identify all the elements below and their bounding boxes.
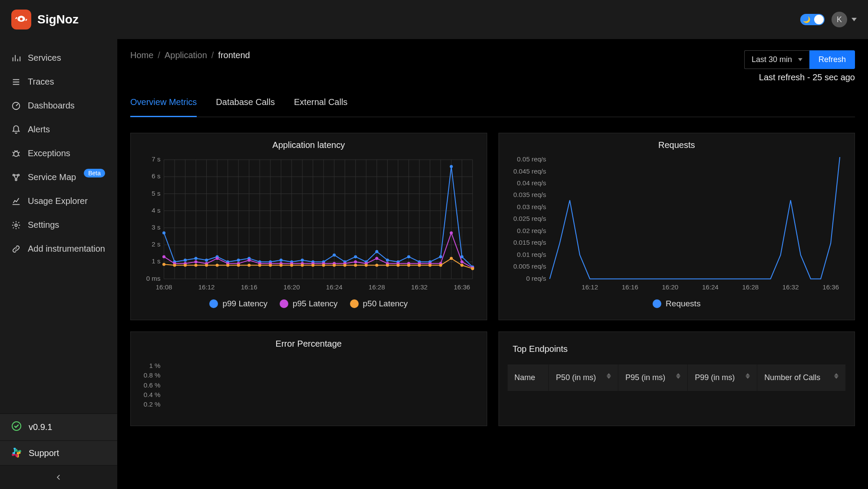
- svg-point-4: [15, 179, 17, 181]
- svg-text:16:28: 16:28: [369, 283, 385, 291]
- sidebar-item-label: Services: [28, 53, 61, 63]
- panel-error-percentage: Error Percentage 0.2 %0.4 %0.6 %0.8 %1 %: [130, 331, 487, 426]
- svg-point-61: [162, 231, 165, 234]
- sidebar-item-support[interactable]: Support: [0, 441, 117, 466]
- chevron-down-icon: [851, 18, 857, 21]
- sidebar-item-add-instrumentation[interactable]: Add instrumentation: [0, 237, 117, 261]
- sidebar-item-dashboards[interactable]: Dashboards: [0, 94, 117, 118]
- svg-point-119: [460, 260, 463, 263]
- sidebar-item-services[interactable]: Services: [0, 46, 117, 70]
- error-chart[interactable]: 0.2 %0.4 %0.6 %0.8 %1 %: [138, 356, 480, 417]
- svg-point-111: [375, 257, 378, 260]
- svg-point-87: [439, 255, 442, 258]
- svg-point-96: [216, 257, 219, 260]
- refresh-button[interactable]: Refresh: [809, 50, 855, 69]
- sidebar-item-label: Exceptions: [28, 148, 70, 158]
- toggle-knob: [814, 15, 824, 24]
- sidebar-item-label: Usage Explorer: [28, 196, 88, 206]
- slack-icon: [11, 448, 22, 458]
- endpoints-table: Name P50 (in ms) P95 (in ms) P99 (in ms)…: [508, 364, 846, 391]
- brand-logo-icon: [11, 10, 31, 30]
- breadcrumb-separator: /: [211, 50, 214, 60]
- latency-legend: p99 Latency p95 Latency p50 Latency: [138, 293, 480, 311]
- theme-toggle[interactable]: 🌙: [800, 14, 825, 25]
- sort-icon: [834, 373, 838, 379]
- sidebar-item-label: Add instrumentation: [28, 244, 105, 254]
- sidebar-item-alerts[interactable]: Alerts: [0, 118, 117, 141]
- svg-point-74: [301, 259, 304, 262]
- bar-chart-icon: [11, 53, 21, 63]
- sort-icon: [746, 373, 750, 379]
- table-header-calls[interactable]: Number of Calls: [757, 364, 846, 391]
- svg-point-146: [429, 264, 432, 267]
- table-header-p50[interactable]: P50 (in ms): [549, 364, 618, 391]
- sidebar-item-usage-explorer[interactable]: Usage Explorer: [0, 189, 117, 213]
- panel-title: Requests: [499, 133, 855, 154]
- svg-text:0.02 req/s: 0.02 req/s: [517, 227, 546, 234]
- line-chart-icon: [11, 197, 21, 206]
- table-header-p99[interactable]: P99 (in ms): [688, 364, 757, 391]
- sidebar-collapse-button[interactable]: [0, 466, 117, 489]
- chevron-down-icon: [798, 58, 802, 61]
- svg-text:16:16: 16:16: [241, 283, 257, 291]
- svg-text:2 s: 2 s: [152, 240, 161, 248]
- legend-item[interactable]: Requests: [653, 299, 700, 308]
- sidebar-item-settings[interactable]: Settings: [0, 213, 117, 237]
- sidebar-item-version[interactable]: v0.9.1: [0, 414, 117, 441]
- sidebar-item-label: Alerts: [28, 125, 50, 135]
- sidebar-item-traces[interactable]: Traces: [0, 70, 117, 94]
- svg-text:0.045 req/s: 0.045 req/s: [513, 167, 546, 175]
- sort-icon: [607, 373, 611, 379]
- bell-icon: [11, 125, 21, 135]
- sidebar-item-service-map[interactable]: Service Map Beta: [0, 165, 117, 189]
- support-label: Support: [29, 448, 59, 458]
- svg-text:0.6 %: 0.6 %: [144, 381, 161, 389]
- svg-text:16:08: 16:08: [156, 283, 172, 291]
- brand: SigNoz: [11, 10, 79, 30]
- legend-label: p50 Latency: [363, 299, 408, 308]
- tab-overview-metrics[interactable]: Overview Metrics: [130, 93, 197, 117]
- legend-item[interactable]: p99 Latency: [209, 299, 267, 308]
- legend-item[interactable]: p50 Latency: [350, 299, 408, 308]
- tab-external-calls[interactable]: External Calls: [294, 93, 347, 117]
- panel-top-endpoints: Top Endpoints Name P50 (in ms) P95 (in m…: [498, 331, 855, 426]
- svg-point-149: [460, 264, 463, 267]
- svg-text:16:36: 16:36: [822, 283, 839, 291]
- svg-point-129: [248, 264, 251, 267]
- breadcrumb-item[interactable]: Application: [165, 50, 207, 60]
- breadcrumb-current: frontend: [218, 50, 250, 60]
- svg-text:16:28: 16:28: [742, 283, 759, 291]
- panel-application-latency: Application latency 0 ms1 s2 s3 s4 s5 s6…: [130, 133, 487, 320]
- svg-point-132: [280, 264, 283, 267]
- time-range-select[interactable]: Last 30 min: [744, 50, 809, 69]
- svg-text:6 s: 6 s: [152, 172, 161, 180]
- requests-legend: Requests: [506, 293, 848, 311]
- svg-text:16:12: 16:12: [581, 283, 598, 291]
- gear-icon: [11, 220, 21, 230]
- breadcrumb-item[interactable]: Home: [130, 50, 153, 60]
- svg-point-88: [450, 165, 453, 168]
- tab-database-calls[interactable]: Database Calls: [216, 93, 275, 117]
- beta-badge: Beta: [84, 169, 105, 177]
- svg-text:16:12: 16:12: [198, 283, 215, 291]
- latency-chart[interactable]: 0 ms1 s2 s3 s4 s5 s6 s7 s16:0816:1216:16…: [138, 157, 480, 293]
- sidebar-item-exceptions[interactable]: Exceptions: [0, 141, 117, 165]
- user-menu[interactable]: K: [832, 12, 857, 27]
- main-content: Home / Application / frontend Last 30 mi…: [117, 39, 868, 489]
- table-header-p95[interactable]: P95 (in ms): [618, 364, 688, 391]
- breadcrumb: Home / Application / frontend: [130, 50, 250, 60]
- legend-label: Requests: [666, 299, 700, 308]
- sidebar-item-label: Settings: [28, 220, 59, 230]
- svg-point-1: [14, 151, 19, 156]
- bug-icon: [11, 149, 21, 158]
- legend-item[interactable]: p95 Latency: [280, 299, 338, 308]
- svg-text:16:24: 16:24: [326, 283, 343, 291]
- svg-text:16:16: 16:16: [621, 283, 638, 291]
- svg-point-131: [269, 264, 272, 267]
- svg-point-72: [280, 259, 283, 262]
- table-header-name[interactable]: Name: [508, 364, 549, 391]
- panel-title: Error Percentage: [131, 332, 487, 353]
- svg-point-63: [184, 259, 187, 262]
- svg-point-137: [333, 264, 336, 267]
- requests-chart[interactable]: 0 req/s0.005 req/s0.01 req/s0.015 req/s0…: [506, 157, 848, 293]
